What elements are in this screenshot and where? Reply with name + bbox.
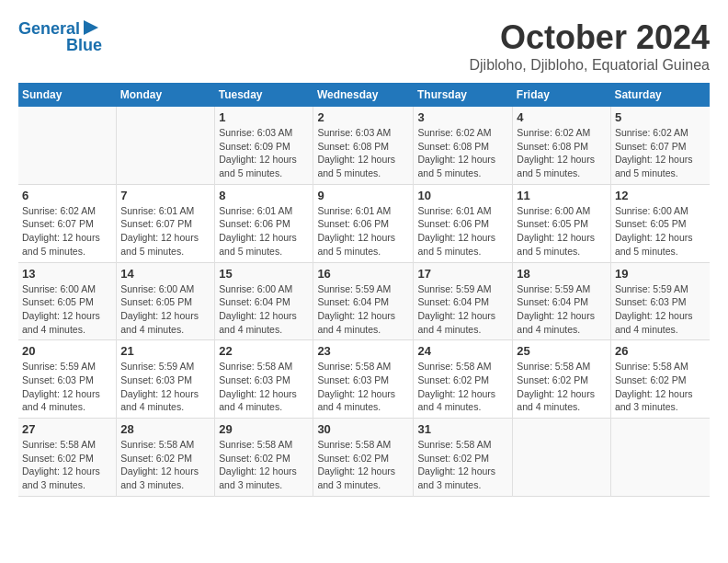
calendar-cell: 30Sunrise: 5:58 AM Sunset: 6:02 PM Dayli… bbox=[313, 419, 414, 497]
day-number: 2 bbox=[317, 110, 409, 124]
day-number: 7 bbox=[120, 189, 210, 202]
calendar-week-row: 20Sunrise: 5:59 AM Sunset: 6:03 PM Dayli… bbox=[18, 340, 710, 419]
day-number: 27 bbox=[22, 422, 112, 436]
page-header: General Blue October 2024 Djibloho, Djib… bbox=[18, 18, 710, 74]
day-number: 26 bbox=[615, 344, 706, 358]
day-info: Sunrise: 5:58 AM Sunset: 6:02 PM Dayligh… bbox=[517, 360, 607, 414]
calendar-cell: 19Sunrise: 5:59 AM Sunset: 6:03 PM Dayli… bbox=[610, 262, 710, 340]
day-info: Sunrise: 6:03 AM Sunset: 6:08 PM Dayligh… bbox=[317, 126, 409, 180]
calendar-cell: 6Sunrise: 6:02 AM Sunset: 6:07 PM Daylig… bbox=[18, 184, 117, 262]
day-number: 20 bbox=[22, 344, 112, 358]
logo-text-line2: Blue bbox=[66, 37, 102, 55]
weekday-header: Saturday bbox=[610, 83, 710, 107]
calendar-cell: 9Sunrise: 6:01 AM Sunset: 6:06 PM Daylig… bbox=[313, 184, 414, 262]
calendar-cell bbox=[610, 419, 710, 497]
day-info: Sunrise: 5:58 AM Sunset: 6:02 PM Dayligh… bbox=[22, 438, 112, 492]
day-info: Sunrise: 5:59 AM Sunset: 6:04 PM Dayligh… bbox=[417, 282, 508, 337]
day-info: Sunrise: 6:01 AM Sunset: 6:07 PM Dayligh… bbox=[120, 204, 210, 259]
day-info: Sunrise: 5:59 AM Sunset: 6:03 PM Dayligh… bbox=[22, 360, 112, 414]
day-number: 28 bbox=[120, 422, 210, 436]
day-number: 24 bbox=[417, 344, 508, 358]
calendar-cell: 25Sunrise: 5:58 AM Sunset: 6:02 PM Dayli… bbox=[513, 340, 611, 419]
day-number: 11 bbox=[517, 189, 607, 202]
day-info: Sunrise: 5:58 AM Sunset: 6:02 PM Dayligh… bbox=[615, 360, 706, 414]
day-info: Sunrise: 5:58 AM Sunset: 6:02 PM Dayligh… bbox=[417, 438, 508, 492]
day-number: 5 bbox=[615, 110, 706, 124]
calendar-week-row: 13Sunrise: 6:00 AM Sunset: 6:05 PM Dayli… bbox=[18, 262, 710, 340]
calendar-cell: 12Sunrise: 6:00 AM Sunset: 6:05 PM Dayli… bbox=[610, 184, 710, 262]
calendar-cell: 11Sunrise: 6:00 AM Sunset: 6:05 PM Dayli… bbox=[513, 184, 611, 262]
day-number: 21 bbox=[120, 344, 210, 358]
calendar-cell: 26Sunrise: 5:58 AM Sunset: 6:02 PM Dayli… bbox=[610, 340, 710, 419]
day-info: Sunrise: 6:02 AM Sunset: 6:08 PM Dayligh… bbox=[517, 126, 607, 180]
weekday-header: Friday bbox=[513, 83, 611, 107]
day-number: 29 bbox=[219, 422, 309, 436]
day-number: 3 bbox=[417, 110, 508, 124]
day-number: 19 bbox=[615, 267, 706, 281]
svg-marker-0 bbox=[84, 20, 98, 35]
day-number: 6 bbox=[22, 189, 112, 202]
day-number: 8 bbox=[219, 189, 309, 202]
day-number: 12 bbox=[615, 189, 706, 202]
day-info: Sunrise: 6:00 AM Sunset: 6:05 PM Dayligh… bbox=[615, 204, 706, 259]
day-info: Sunrise: 5:58 AM Sunset: 6:02 PM Dayligh… bbox=[219, 438, 309, 492]
day-number: 16 bbox=[317, 267, 409, 281]
calendar-table: SundayMondayTuesdayWednesdayThursdayFrid… bbox=[18, 83, 710, 497]
calendar-cell: 18Sunrise: 5:59 AM Sunset: 6:04 PM Dayli… bbox=[513, 262, 611, 340]
day-info: Sunrise: 5:58 AM Sunset: 6:03 PM Dayligh… bbox=[219, 360, 309, 414]
day-info: Sunrise: 5:58 AM Sunset: 6:02 PM Dayligh… bbox=[317, 438, 409, 492]
day-number: 25 bbox=[517, 344, 607, 358]
day-info: Sunrise: 5:58 AM Sunset: 6:02 PM Dayligh… bbox=[417, 360, 508, 414]
calendar-cell bbox=[18, 107, 117, 184]
calendar-cell: 1Sunrise: 6:03 AM Sunset: 6:09 PM Daylig… bbox=[215, 107, 313, 184]
calendar-header-row: SundayMondayTuesdayWednesdayThursdayFrid… bbox=[18, 83, 710, 107]
day-info: Sunrise: 6:00 AM Sunset: 6:05 PM Dayligh… bbox=[22, 282, 112, 337]
calendar-cell: 28Sunrise: 5:58 AM Sunset: 6:02 PM Dayli… bbox=[117, 419, 215, 497]
calendar-cell: 27Sunrise: 5:58 AM Sunset: 6:02 PM Dayli… bbox=[18, 419, 117, 497]
day-info: Sunrise: 5:58 AM Sunset: 6:03 PM Dayligh… bbox=[317, 360, 409, 414]
day-info: Sunrise: 6:02 AM Sunset: 6:07 PM Dayligh… bbox=[22, 204, 112, 259]
day-info: Sunrise: 5:59 AM Sunset: 6:04 PM Dayligh… bbox=[317, 282, 409, 337]
calendar-cell: 31Sunrise: 5:58 AM Sunset: 6:02 PM Dayli… bbox=[414, 419, 513, 497]
day-info: Sunrise: 6:01 AM Sunset: 6:06 PM Dayligh… bbox=[417, 204, 508, 259]
weekday-header: Tuesday bbox=[215, 83, 313, 107]
day-info: Sunrise: 5:59 AM Sunset: 6:04 PM Dayligh… bbox=[517, 282, 607, 337]
calendar-cell: 4Sunrise: 6:02 AM Sunset: 6:08 PM Daylig… bbox=[513, 107, 611, 184]
weekday-header: Sunday bbox=[18, 83, 117, 107]
day-info: Sunrise: 6:01 AM Sunset: 6:06 PM Dayligh… bbox=[219, 204, 309, 259]
weekday-header: Monday bbox=[117, 83, 215, 107]
calendar-cell bbox=[513, 419, 611, 497]
day-number: 31 bbox=[417, 422, 508, 436]
calendar-cell: 20Sunrise: 5:59 AM Sunset: 6:03 PM Dayli… bbox=[18, 340, 117, 419]
weekday-header: Thursday bbox=[414, 83, 513, 107]
day-info: Sunrise: 5:58 AM Sunset: 6:02 PM Dayligh… bbox=[120, 438, 210, 492]
calendar-cell: 2Sunrise: 6:03 AM Sunset: 6:08 PM Daylig… bbox=[313, 107, 414, 184]
day-info: Sunrise: 6:02 AM Sunset: 6:07 PM Dayligh… bbox=[615, 126, 706, 180]
calendar-cell: 10Sunrise: 6:01 AM Sunset: 6:06 PM Dayli… bbox=[414, 184, 513, 262]
calendar-cell: 22Sunrise: 5:58 AM Sunset: 6:03 PM Dayli… bbox=[215, 340, 313, 419]
day-number: 22 bbox=[219, 344, 309, 358]
day-number: 10 bbox=[417, 189, 508, 202]
day-info: Sunrise: 6:02 AM Sunset: 6:08 PM Dayligh… bbox=[417, 126, 508, 180]
calendar-cell: 7Sunrise: 6:01 AM Sunset: 6:07 PM Daylig… bbox=[117, 184, 215, 262]
calendar-cell: 14Sunrise: 6:00 AM Sunset: 6:05 PM Dayli… bbox=[117, 262, 215, 340]
calendar-cell: 24Sunrise: 5:58 AM Sunset: 6:02 PM Dayli… bbox=[414, 340, 513, 419]
calendar-cell: 29Sunrise: 5:58 AM Sunset: 6:02 PM Dayli… bbox=[215, 419, 313, 497]
calendar-week-row: 27Sunrise: 5:58 AM Sunset: 6:02 PM Dayli… bbox=[18, 419, 710, 497]
day-number: 18 bbox=[517, 267, 607, 281]
day-info: Sunrise: 5:59 AM Sunset: 6:03 PM Dayligh… bbox=[615, 282, 706, 337]
day-number: 17 bbox=[417, 267, 508, 281]
day-info: Sunrise: 6:01 AM Sunset: 6:06 PM Dayligh… bbox=[317, 204, 409, 259]
day-info: Sunrise: 6:00 AM Sunset: 6:05 PM Dayligh… bbox=[120, 282, 210, 337]
day-number: 1 bbox=[219, 110, 309, 124]
weekday-header: Wednesday bbox=[313, 83, 414, 107]
calendar-cell: 5Sunrise: 6:02 AM Sunset: 6:07 PM Daylig… bbox=[610, 107, 710, 184]
title-block: October 2024 Djibloho, Djibloho, Equator… bbox=[470, 18, 711, 74]
calendar-cell: 17Sunrise: 5:59 AM Sunset: 6:04 PM Dayli… bbox=[414, 262, 513, 340]
calendar-week-row: 6Sunrise: 6:02 AM Sunset: 6:07 PM Daylig… bbox=[18, 184, 710, 262]
day-number: 9 bbox=[317, 189, 409, 202]
day-number: 4 bbox=[517, 110, 607, 124]
day-number: 14 bbox=[120, 267, 210, 281]
day-info: Sunrise: 6:00 AM Sunset: 6:04 PM Dayligh… bbox=[219, 282, 309, 337]
calendar-cell: 15Sunrise: 6:00 AM Sunset: 6:04 PM Dayli… bbox=[215, 262, 313, 340]
